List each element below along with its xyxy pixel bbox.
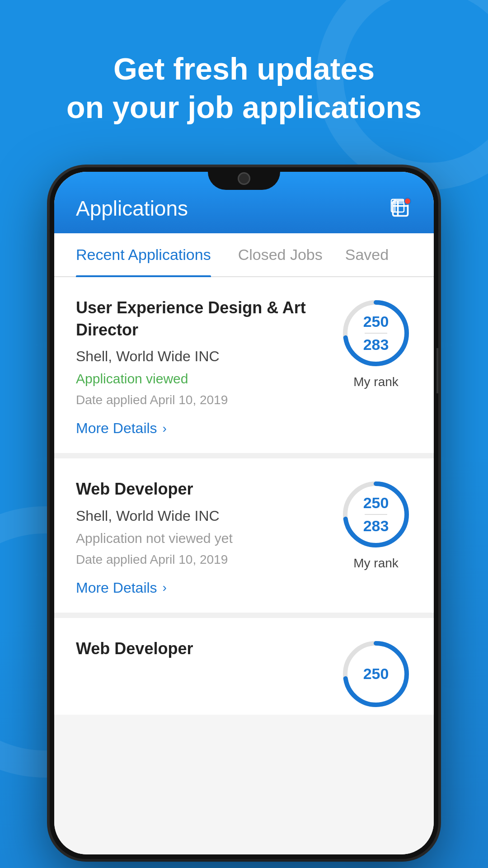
rank-total-2: 283 xyxy=(363,517,389,535)
more-details-button-1[interactable]: More Details › xyxy=(76,420,167,437)
chevron-right-icon: › xyxy=(163,421,167,436)
job-info-3: Web Developer xyxy=(76,638,340,667)
job-title-3: Web Developer xyxy=(76,638,326,660)
rank-my-1: 250 xyxy=(363,312,389,331)
rank-label-2: My rank xyxy=(353,556,399,571)
rank-numbers-3: 250 xyxy=(363,665,389,683)
rank-label-1: My rank xyxy=(353,375,399,389)
rank-divider-2 xyxy=(365,514,387,515)
rank-my-3: 250 xyxy=(363,665,389,683)
job-card-1-inner: User Experience Design & Art Director Sh… xyxy=(76,297,412,437)
svg-rect-1 xyxy=(391,199,404,212)
tabs-bar: Recent Applications Closed Jobs Saved xyxy=(54,233,434,277)
rank-circle-3: 250 xyxy=(340,638,412,710)
headline-line2: on your job applications xyxy=(27,88,461,127)
app-status-2: Application not viewed yet xyxy=(76,531,326,546)
front-camera xyxy=(238,172,250,185)
power-button xyxy=(436,348,438,393)
rank-container-1: 250 283 My rank xyxy=(340,297,412,389)
notification-dot xyxy=(404,198,411,205)
job-info-2: Web Developer Shell, World Wide INC Appl… xyxy=(76,478,340,596)
rank-total-1: 283 xyxy=(363,335,389,354)
job-title-2: Web Developer xyxy=(76,478,326,500)
phone-notch xyxy=(208,167,280,190)
rank-numbers-2: 250 283 xyxy=(363,494,389,535)
phone-screen: Applications xyxy=(54,172,434,854)
headline: Get fresh updates on your job applicatio… xyxy=(0,50,488,127)
job-card-3: Web Developer 250 xyxy=(54,618,434,715)
rank-my-2: 250 xyxy=(363,494,389,512)
job-card-3-inner: Web Developer 250 xyxy=(76,638,412,710)
chevron-right-icon-2: › xyxy=(163,580,167,595)
rank-numbers-1: 250 283 xyxy=(363,312,389,354)
job-info-1: User Experience Design & Art Director Sh… xyxy=(76,297,340,437)
date-applied-2: Date applied April 10, 2019 xyxy=(76,552,326,567)
rank-divider-1 xyxy=(365,333,387,334)
tab-recent-applications[interactable]: Recent Applications xyxy=(76,233,211,276)
rank-container-3: 250 xyxy=(340,638,412,710)
phone-mockup: Applications xyxy=(50,167,438,859)
app-status-1: Application viewed xyxy=(76,371,326,387)
date-applied-1: Date applied April 10, 2019 xyxy=(76,393,326,407)
job-title-1: User Experience Design & Art Director xyxy=(76,297,326,341)
phone-outer: Applications xyxy=(50,167,438,859)
tab-saved[interactable]: Saved xyxy=(345,233,389,276)
tab-closed-jobs[interactable]: Closed Jobs xyxy=(238,233,323,276)
job-card-2-inner: Web Developer Shell, World Wide INC Appl… xyxy=(76,478,412,596)
job-card-2: Web Developer Shell, World Wide INC Appl… xyxy=(54,458,434,618)
company-name-1: Shell, World Wide INC xyxy=(76,348,326,365)
company-name-2: Shell, World Wide INC xyxy=(76,508,326,524)
notification-button[interactable] xyxy=(389,197,412,220)
more-details-button-2[interactable]: More Details › xyxy=(76,580,167,596)
rank-container-2: 250 283 My rank xyxy=(340,478,412,571)
content-area: User Experience Design & Art Director Sh… xyxy=(54,277,434,854)
rank-circle-2: 250 283 xyxy=(340,478,412,551)
job-card-1: User Experience Design & Art Director Sh… xyxy=(54,277,434,458)
rank-circle-1: 250 283 xyxy=(340,297,412,369)
headline-line1: Get fresh updates xyxy=(27,50,461,88)
app-title: Applications xyxy=(76,196,188,221)
